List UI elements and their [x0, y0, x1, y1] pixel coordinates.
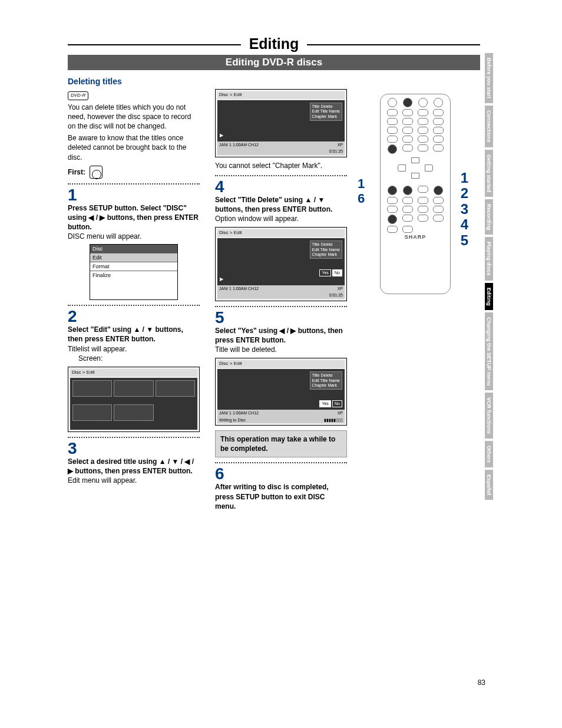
- divider: [215, 306, 347, 307]
- edit-submenu: Title Delete Edit Title Name Chapter Mar…: [310, 371, 342, 390]
- page-title: Editing: [243, 35, 305, 52]
- edit-menu-screen: Disc > Edit Title Delete Edit Title Name…: [215, 89, 347, 157]
- step-4-text: Select "Title Delete" using ▲ / ▼ button…: [215, 195, 347, 214]
- remote-button: [387, 127, 398, 134]
- step-2-sub: Titlelist will appear.: [68, 344, 200, 354]
- yes-button: Yes: [319, 269, 330, 276]
- remote-button: [434, 98, 443, 107]
- remote-enter-button: [418, 197, 428, 204]
- dpad-down-icon: [411, 173, 419, 179]
- remote-dpad: [398, 157, 433, 179]
- step-1-number: 1: [68, 187, 200, 203]
- side-tab[interactable]: Before you start: [485, 53, 493, 103]
- column-3: 1 6 1 2 3 4 5: [362, 76, 468, 511]
- no-button: No: [332, 269, 342, 276]
- option-window-screen: Disc > Edit Title Delete Edit Title Name…: [215, 227, 347, 301]
- side-tab[interactable]: Recording: [485, 199, 493, 235]
- dpad-right-icon: [425, 164, 433, 172]
- remote-button: [403, 98, 412, 107]
- play-icon: ▶: [220, 133, 223, 138]
- writing-label: Writing to Disc: [219, 417, 246, 423]
- remote-button: [388, 186, 397, 195]
- page-number: 83: [478, 678, 485, 687]
- remote-button: [387, 226, 398, 233]
- step-2-sub2: Screen:: [68, 354, 200, 363]
- divider: [68, 183, 200, 185]
- title-thumb: [114, 404, 153, 421]
- remote-button: [402, 226, 413, 233]
- remote-button: [388, 215, 397, 224]
- first-label: First:: [68, 167, 85, 177]
- screen-breadcrumb: Disc > Edit: [217, 91, 345, 99]
- side-tab[interactable]: Getting started: [485, 150, 493, 197]
- screen-foot-left: JAN/ 1 1:00AM CH12: [219, 410, 259, 416]
- chapter-mark-note: You cannot select "Chapter Mark".: [215, 161, 347, 170]
- side-tab[interactable]: Connections: [485, 106, 493, 147]
- submenu-item: Chapter Mark: [312, 114, 340, 119]
- screen-foot-time: 0:01:25: [329, 292, 343, 298]
- step-3-sub: Edit menu will appear.: [68, 476, 200, 485]
- remote-brand: SHARP: [381, 234, 450, 240]
- disc-type-badge: DVD-R: [68, 91, 88, 100]
- remote-button: [418, 136, 428, 143]
- divider: [215, 462, 347, 463]
- step-3-number: 3: [68, 440, 200, 457]
- remote-button: [418, 127, 428, 134]
- screen-foot-mid: XP: [338, 410, 343, 416]
- title-thumb: [156, 380, 195, 397]
- remote-button: [387, 136, 398, 143]
- divider: [215, 175, 347, 176]
- screen-foot-time: 0:01:25: [329, 149, 343, 154]
- submenu-item: Chapter Mark: [312, 252, 340, 257]
- screen-foot-mid: XP: [338, 142, 343, 147]
- remote-button: [433, 215, 444, 222]
- remote-button: [402, 197, 413, 204]
- column-1: Deleting titles DVD-R You can delete tit…: [68, 76, 200, 511]
- side-tab[interactable]: Playing discs: [485, 237, 493, 281]
- side-tab[interactable]: Español: [485, 470, 493, 500]
- side-tab[interactable]: Others: [485, 441, 493, 467]
- big-step-list: 1 2 3 4 5: [461, 170, 468, 248]
- disc-menu-item: Format: [90, 262, 177, 271]
- submenu-item: Edit Title Name: [312, 378, 340, 383]
- side-tab[interactable]: Changing the SETUP menu: [485, 312, 493, 390]
- intro-para-1: You can delete titles which you do not n…: [68, 103, 200, 131]
- big-step: 4: [461, 217, 468, 232]
- column-2: Disc > Edit Title Delete Edit Title Name…: [215, 76, 347, 511]
- section-heading: Deleting titles: [68, 76, 200, 87]
- titlelist-screen: Disc > Edit: [68, 367, 200, 432]
- remote-button: [433, 197, 444, 204]
- remote-button: [387, 206, 398, 213]
- remote-button: [433, 118, 444, 125]
- remote-button: [434, 186, 443, 195]
- divider: [68, 305, 200, 306]
- yes-button: Yes: [319, 400, 330, 407]
- remote-button: [402, 136, 413, 143]
- step-2-number: 2: [68, 308, 200, 325]
- side-tab-active[interactable]: Editing: [485, 283, 493, 311]
- submenu-item: Edit Title Name: [312, 248, 340, 252]
- step-6-number: 6: [215, 466, 347, 482]
- page-subtitle: Editing DVD-R discs: [68, 55, 480, 70]
- remote-button: [402, 144, 413, 151]
- remote-button: [418, 98, 428, 107]
- dpad-left-icon: [398, 164, 406, 172]
- screen-breadcrumb: Disc > Edit: [217, 229, 345, 237]
- step-4-number: 4: [215, 179, 347, 195]
- disc-menu-item: Finalize: [90, 271, 177, 279]
- remote-button: [433, 109, 444, 116]
- remote-button: [402, 215, 413, 222]
- remote-button: [433, 127, 444, 134]
- operation-note: This operation may take a while to be co…: [215, 430, 347, 457]
- screen-breadcrumb: Disc > Edit: [217, 360, 345, 368]
- submenu-item: Title Delete: [312, 104, 340, 109]
- remote-button: [418, 109, 428, 116]
- submenu-item: Title Delete: [312, 373, 340, 378]
- progress-bar-icon: ▮▮▮▮▮▯▯▯: [324, 417, 343, 423]
- side-tab[interactable]: VCR functions: [485, 393, 493, 439]
- remote-button: [387, 109, 398, 116]
- big-step: 2: [461, 186, 468, 201]
- edit-submenu: Title Delete Edit Title Name Chapter Mar…: [310, 241, 342, 259]
- remote-button: [402, 109, 413, 116]
- disc-menu-item: Edit: [90, 253, 177, 262]
